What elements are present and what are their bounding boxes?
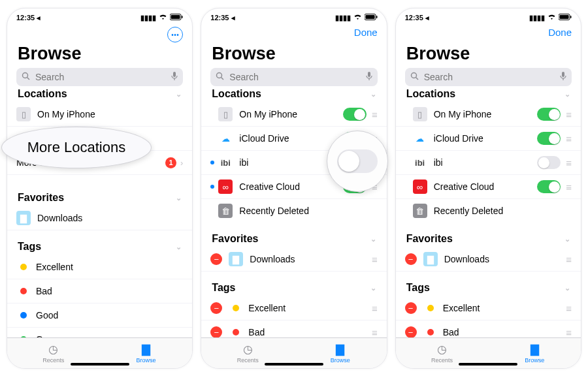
row-label: Creative Cloud: [434, 181, 535, 192]
reorder-icon[interactable]: ≡: [566, 303, 572, 314]
svg-point-17: [411, 73, 416, 78]
mic-icon[interactable]: [171, 72, 178, 83]
favorite-row-downloads[interactable]: − ▇ Downloads ≡: [396, 247, 581, 272]
delete-icon[interactable]: −: [210, 302, 222, 314]
cloud-icon: ☁︎: [413, 131, 427, 146]
row-label: iCloud Drive: [434, 133, 535, 144]
reorder-icon[interactable]: ≡: [566, 254, 572, 265]
creative-cloud-icon: ∞: [413, 179, 427, 194]
svg-point-10: [217, 73, 222, 78]
toggle-switch[interactable]: [537, 108, 561, 121]
search-bar[interactable]: [405, 68, 572, 86]
callout-more-locations: More Locations: [1, 127, 152, 168]
row-label: Creative Cloud: [239, 181, 340, 192]
location-row[interactable]: ☁︎iCloud Drive≡: [396, 127, 581, 151]
mic-icon[interactable]: [366, 72, 372, 83]
nav-bar: Done: [396, 24, 581, 41]
tag-row[interactable]: −Bad≡: [201, 320, 386, 338]
toggle-switch[interactable]: [537, 156, 561, 169]
location-row[interactable]: ibiibi≡: [396, 151, 581, 175]
svg-rect-15: [559, 15, 568, 19]
cloud-icon: ☁︎: [218, 131, 233, 146]
delete-icon[interactable]: −: [210, 326, 222, 338]
tag-row[interactable]: −Bad≡: [396, 320, 581, 338]
favorites-header[interactable]: Favorites⌄: [201, 229, 386, 247]
chevron-right-icon: ›: [180, 158, 183, 168]
reorder-icon[interactable]: ≡: [566, 327, 572, 338]
reorder-icon[interactable]: ≡: [566, 109, 572, 120]
more-button[interactable]: •••: [167, 27, 183, 42]
locations-header[interactable]: Locations⌄: [201, 84, 386, 102]
location-row[interactable]: 🗑Recently Deleted: [201, 199, 386, 223]
tags-header[interactable]: Tags⌄: [201, 278, 386, 296]
delete-icon[interactable]: −: [405, 326, 417, 338]
home-indicator[interactable]: [459, 363, 517, 366]
search-input[interactable]: [34, 71, 167, 83]
status-bar: 12:35 ◂ ▮▮▮▮: [7, 8, 192, 24]
tag-color-icon: [233, 305, 239, 311]
chevron-down-icon: ⌄: [370, 90, 376, 99]
signal-icon: ▮▮▮▮: [140, 14, 156, 22]
row-label: Excellent: [443, 303, 561, 313]
reorder-icon[interactable]: ≡: [566, 157, 572, 168]
locations-header[interactable]: Locations⌄: [7, 84, 192, 102]
clock-icon: ◷: [437, 343, 447, 356]
toggle-switch[interactable]: [537, 180, 561, 193]
tag-row[interactable]: −Excellent≡: [201, 296, 386, 320]
tag-row[interactable]: Excellent: [7, 255, 192, 279]
tags-header[interactable]: Tags⌄: [396, 278, 581, 296]
signal-icon: ▮▮▮▮: [335, 14, 351, 22]
chevron-down-icon: ⌄: [176, 243, 182, 251]
delete-icon[interactable]: −: [405, 302, 417, 314]
delete-icon[interactable]: −: [405, 253, 417, 265]
trash-icon: 🗑: [413, 204, 427, 218]
svg-rect-8: [365, 15, 374, 19]
location-row[interactable]: ▯On My iPhone≡: [201, 102, 386, 127]
favorites-header[interactable]: Favorites⌄: [396, 229, 581, 247]
search-input[interactable]: [423, 71, 556, 83]
favorite-row-downloads[interactable]: − ▇ Downloads ≡: [201, 247, 386, 272]
location-row[interactable]: ∞Creative Cloud≡: [396, 175, 581, 199]
location-row-on-my-iphone[interactable]: ▯ On My iPhone: [7, 102, 192, 127]
home-indicator[interactable]: [265, 363, 323, 366]
tag-color-icon: [20, 312, 27, 319]
favorites-header[interactable]: Favorites⌄: [7, 188, 192, 206]
row-label: ibi: [239, 157, 340, 168]
reorder-icon[interactable]: ≡: [566, 133, 572, 144]
trash-icon: 🗑: [218, 204, 233, 218]
search-bar[interactable]: [210, 68, 377, 86]
tag-color-icon: [427, 305, 434, 311]
tag-row[interactable]: Green: [7, 328, 192, 338]
favorite-row-downloads[interactable]: ▇ Downloads: [7, 206, 192, 230]
done-button[interactable]: Done: [354, 27, 378, 40]
svg-line-11: [221, 78, 224, 80]
folder-icon: ▇: [229, 252, 243, 266]
wifi-icon: [547, 14, 556, 22]
search-bar[interactable]: [16, 68, 183, 86]
tag-row[interactable]: Good: [7, 304, 192, 328]
row-label: ibi: [434, 157, 535, 168]
row-label: On My iPhone: [434, 109, 535, 119]
reorder-icon[interactable]: ≡: [566, 181, 572, 193]
tag-color-icon: [20, 264, 27, 270]
locations-header[interactable]: Locations⌄: [396, 84, 581, 102]
tag-row[interactable]: Bad: [7, 279, 192, 304]
tags-header[interactable]: Tags⌄: [7, 237, 192, 255]
search-icon: [410, 72, 419, 82]
toggle-switch[interactable]: [343, 108, 367, 121]
location-row[interactable]: ▯On My iPhone≡: [396, 102, 581, 127]
home-indicator[interactable]: [71, 363, 129, 366]
reorder-icon[interactable]: ≡: [372, 327, 378, 338]
done-button[interactable]: Done: [548, 27, 572, 40]
svg-rect-9: [376, 16, 378, 18]
reorder-icon[interactable]: ≡: [372, 109, 378, 120]
mic-icon[interactable]: [560, 72, 566, 83]
search-icon: [22, 72, 30, 82]
search-input[interactable]: [228, 71, 361, 83]
reorder-icon[interactable]: ≡: [372, 303, 378, 314]
location-row[interactable]: 🗑Recently Deleted: [396, 199, 581, 223]
delete-icon[interactable]: −: [210, 253, 222, 265]
reorder-icon[interactable]: ≡: [372, 254, 378, 265]
tag-row[interactable]: −Excellent≡: [396, 296, 581, 320]
toggle-switch[interactable]: [537, 132, 561, 145]
